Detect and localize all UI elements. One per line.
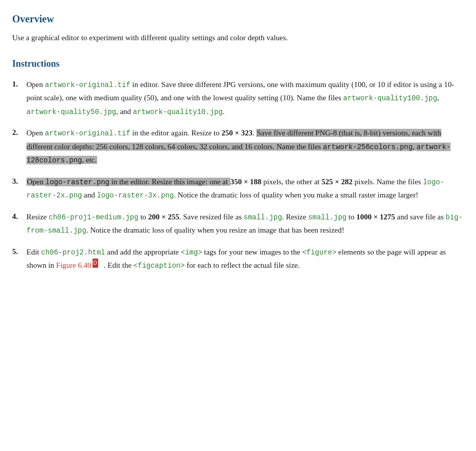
code-logo-3x: logo-raster-3x.png <box>97 191 173 200</box>
instructions-list: Open artwork-original.tif in editor. Sav… <box>12 78 464 272</box>
code-quality50: artwork-quality50.jpg <box>26 108 116 116</box>
step-2-content: Open artwork-original.tif in the editor … <box>26 126 464 167</box>
step-3: Open logo-raster.png in the editor. Resi… <box>12 175 464 202</box>
overview-title: Overview <box>12 10 464 27</box>
code-artwork-original-1: artwork-original.tif <box>45 81 130 89</box>
step-4-dimensions-1: 200 × 255 <box>148 213 179 221</box>
instructions-title: Instructions <box>12 56 464 72</box>
code-img-tag: <img> <box>181 248 202 257</box>
figure-640-icon: D <box>93 259 98 268</box>
step-1: Open artwork-original.tif in editor. Sav… <box>12 78 464 119</box>
code-figure-tag: <figure> <box>302 248 336 257</box>
code-quality10: artwork-quality10.jpg <box>133 108 222 116</box>
code-figcaption-tag: <figcaption> <box>133 262 185 270</box>
step-3-dimensions-2: 525 × 282 <box>321 178 352 186</box>
code-small-jpg: small.jpg <box>244 213 282 221</box>
step-2: Open artwork-original.tif in the editor … <box>12 126 464 167</box>
step-4-dimensions-2: 1000 × 1275 <box>356 213 395 221</box>
code-256colors: artwork-256colors.png <box>323 143 412 151</box>
code-ch06-proj2: ch06-proj2.html <box>41 248 105 257</box>
step-2-dimensions: 250 × 323 <box>221 129 252 137</box>
step-5: Edit ch06-proj2.html and add the appropr… <box>12 245 464 272</box>
step-3-highlight-start: Open logo-raster.png in the editor. Resi… <box>26 178 230 186</box>
code-artwork-original-2: artwork-original.tif <box>45 129 130 137</box>
overview-description: Use a graphical editor to experiment wit… <box>12 32 464 44</box>
step-5-content: Edit ch06-proj2.html and add the appropr… <box>26 245 464 272</box>
step-3-content: Open logo-raster.png in the editor. Resi… <box>26 175 464 202</box>
code-logo-raster: logo-raster.png <box>45 178 109 186</box>
step-3-dimensions-1: 350 × 188 <box>230 178 261 186</box>
step-4: Resize ch06-proj1-medium.jpg to 200 × 25… <box>12 210 464 237</box>
step-4-content: Resize ch06-proj1-medium.jpg to 200 × 25… <box>26 210 464 237</box>
figure-640-link[interactable]: Figure 6.40 <box>56 261 91 269</box>
code-ch06-medium: ch06-proj1-medium.jpg <box>49 213 138 221</box>
code-small-jpg-2: small.jpg <box>308 213 347 221</box>
step-1-content: Open artwork-original.tif in editor. Sav… <box>26 78 464 119</box>
code-quality100: artwork-quality100.jpg <box>343 94 437 102</box>
